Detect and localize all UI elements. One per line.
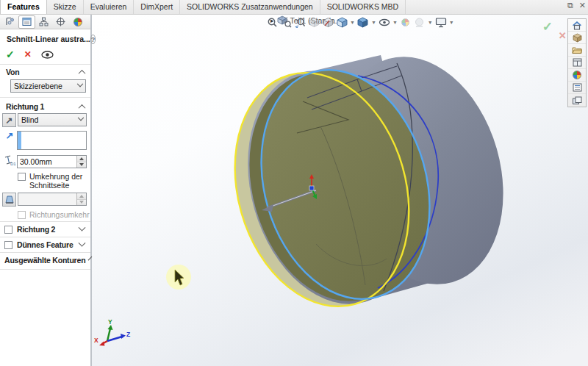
draft-angle-value (18, 193, 76, 205)
graphics-viewport[interactable]: Y Z X ▸ Teil1 (Standa... (92, 15, 588, 366)
apply-scene-caret-icon[interactable]: ▼ (428, 20, 433, 25)
document-compare-icon[interactable] (568, 94, 586, 107)
display-manager-tab-icon[interactable] (69, 15, 86, 29)
edit-appearance-icon[interactable] (400, 16, 412, 28)
confirm-ok-icon[interactable]: ✓ (542, 20, 553, 34)
section-contours-header[interactable]: Ausgewählte Konturen (0, 252, 90, 268)
draft-button[interactable] (2, 193, 16, 207)
spin-down-button[interactable] (77, 162, 86, 168)
view-settings-caret-icon[interactable]: ▼ (449, 20, 454, 25)
section-thin-feature-header[interactable]: Dünnes Feature (0, 237, 90, 252)
start-condition-dropdown[interactable]: Skizzierebene (10, 79, 86, 93)
help-icon[interactable]: ? (90, 35, 96, 44)
direction-reference-icon: ↗ (6, 131, 14, 140)
active-selection-bar (18, 132, 21, 149)
hide-show-caret-icon[interactable]: ▼ (392, 20, 398, 25)
spin-up-button (77, 193, 86, 200)
depth-row: D1 30.00mm (0, 154, 90, 170)
spin-down-button (77, 200, 86, 206)
apply-scene-icon[interactable] (414, 16, 426, 28)
ok-button[interactable]: ✓ (6, 49, 15, 60)
reverse-direction-button[interactable]: ↗ (2, 113, 16, 127)
draft-outward-row: Richtungsumkehr (0, 208, 90, 221)
flip-side-row: Umkehrung der Schnittseite (0, 170, 90, 192)
property-manager-tab-icon[interactable] (18, 15, 35, 29)
section-von-header[interactable]: Von (0, 65, 90, 78)
view-orientation-icon[interactable] (336, 16, 348, 28)
display-style-icon[interactable] (357, 16, 369, 28)
document-window-controls: ⧉ ✕ (567, 1, 586, 10)
flip-side-checkbox[interactable] (18, 173, 26, 181)
direction-reference-row: ↗ (0, 130, 90, 151)
thin-feature-checkbox[interactable] (4, 241, 12, 249)
manager-tab-strip (0, 15, 90, 29)
draft-spin-buttons (76, 193, 86, 205)
chevron-down-icon[interactable] (88, 256, 93, 260)
chevron-down-icon[interactable] (79, 239, 86, 246)
preview-eye-icon[interactable] (41, 51, 54, 59)
reverse-direction-icon: ↗ (5, 116, 12, 125)
confirm-cancel-icon[interactable]: ✕ (559, 30, 567, 41)
depth-icon: D1 (3, 155, 16, 166)
hide-show-items-icon[interactable] (379, 16, 390, 28)
chevron-up-icon[interactable] (79, 104, 86, 111)
flip-side-label: Umkehrung der Schnittseite (29, 172, 87, 190)
direction-reference-selection-box[interactable] (17, 131, 87, 150)
section-view-icon[interactable] (308, 16, 320, 28)
tab-zusatzanwendungen[interactable]: SOLIDWORKS Zusatzanwendungen (180, 0, 320, 14)
spin-up-button[interactable] (77, 156, 86, 162)
property-manager-title: Schnitt-Linear austra... (7, 35, 90, 43)
section-richtung1-header[interactable]: Richtung 1 (0, 99, 90, 112)
tab-features[interactable]: Features (0, 0, 47, 14)
ribbon-tab-bar: Features Skizze Evaluieren DimXpert SOLI… (0, 0, 588, 15)
section-richtung2-header[interactable]: Richtung 2 (0, 221, 90, 237)
design-library-icon[interactable] (568, 32, 586, 44)
zoom-area-icon[interactable] (280, 16, 292, 28)
depth-value[interactable]: 30.00mm (18, 156, 76, 168)
view-palette-icon[interactable] (568, 57, 586, 69)
tab-skizze[interactable]: Skizze (47, 0, 84, 14)
property-manager-panel: Schnitt-Linear austra... ? ✓ ✕ Von Skizz… (0, 15, 92, 366)
restore-window-icon[interactable]: ⧉ (567, 1, 573, 10)
dimxpert-manager-tab-icon[interactable] (52, 15, 69, 29)
display-style-caret-icon[interactable]: ▼ (371, 20, 376, 25)
property-manager-actions: ✓ ✕ (0, 46, 90, 65)
cancel-button[interactable]: ✕ (24, 49, 32, 60)
axis-triad: Y Z X (94, 318, 130, 346)
view-settings-icon[interactable] (435, 16, 447, 28)
end-condition-row: ↗ Blind (0, 112, 90, 129)
configuration-manager-tab-icon[interactable] (35, 15, 52, 29)
solidworks-window: { "ribbon": { "tabs": ["Features", "Skiz… (0, 0, 588, 366)
chevron-down-icon[interactable] (79, 223, 86, 231)
richtung2-checkbox[interactable] (4, 226, 12, 234)
von-label: Von (6, 68, 19, 76)
end-condition-value: Blind (21, 115, 38, 124)
triad-z-label: Z (126, 331, 130, 338)
view-orientation-caret-icon[interactable]: ▼ (350, 20, 355, 25)
thin-feature-label: Dünnes Feature (17, 240, 74, 249)
previous-view-icon[interactable] (294, 16, 306, 28)
close-window-icon[interactable]: ✕ (579, 1, 586, 10)
tab-dimxpert[interactable]: DimXpert (134, 0, 180, 14)
svg-text:D1: D1 (10, 162, 16, 166)
triad-y-label: Y (108, 318, 112, 326)
heads-up-toolbar: ▼ ▼ ▼ ▼ ▼ (266, 16, 454, 28)
custom-properties-icon[interactable] (568, 82, 586, 94)
appearances-scenes-icon[interactable] (568, 69, 586, 82)
chevron-down-icon (77, 81, 83, 87)
draft-angle-spinner (18, 193, 87, 206)
feature-manager-tab-icon[interactable] (1, 15, 18, 29)
tab-evaluieren[interactable]: Evaluieren (84, 0, 135, 14)
triad-x-label: X (94, 337, 98, 344)
annotation-view-icon[interactable] (322, 16, 334, 28)
end-condition-dropdown[interactable]: Blind (18, 113, 87, 126)
confirmation-corner: ✓ ✕ (542, 19, 553, 35)
richtung1-label: Richtung 1 (6, 102, 44, 111)
tab-mbd[interactable]: SOLIDWORKS MBD (320, 0, 406, 14)
resources-home-icon[interactable] (568, 19, 586, 32)
file-explorer-icon[interactable] (568, 44, 586, 57)
zoom-fit-icon[interactable] (266, 16, 278, 28)
depth-spinner[interactable]: 30.00mm (17, 155, 87, 168)
chevron-up-icon[interactable] (79, 69, 86, 76)
cursor (166, 265, 191, 290)
